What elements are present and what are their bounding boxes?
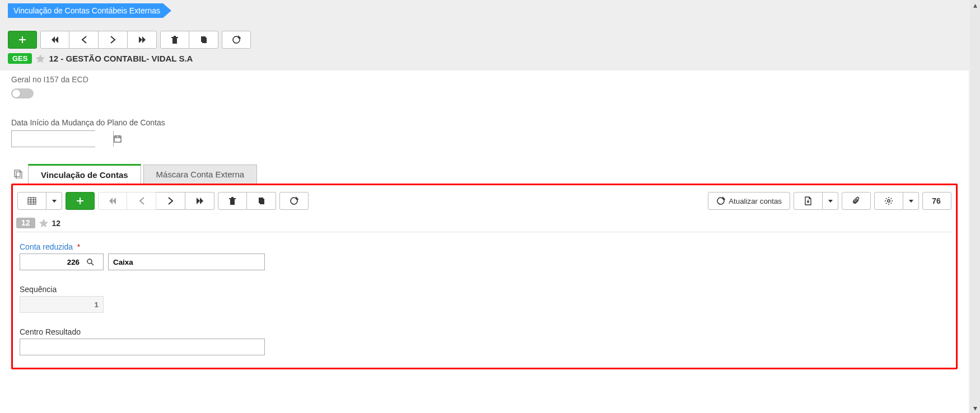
- record-title: 12 - GESTÃO CONTABIL- VIDAL S.A: [49, 54, 193, 63]
- date-text[interactable]: [12, 131, 113, 147]
- grid-view-button[interactable]: [17, 192, 46, 210]
- settings-button[interactable]: [874, 192, 903, 210]
- vertical-scrollbar[interactable]: ▴ ▾: [970, 0, 980, 413]
- chevron-left-icon: [138, 197, 145, 205]
- record-header: GES 12 - GESTÃO CONTABIL- VIDAL S.A: [8, 53, 193, 64]
- prev-button[interactable]: [69, 31, 99, 49]
- record-id: 12: [52, 219, 61, 228]
- scroll-track[interactable]: [970, 10, 980, 403]
- double-left-icon: [108, 196, 117, 205]
- detail-last-button[interactable]: [185, 192, 214, 210]
- detail-panel: Atualizar contas 76 12 12 Conta reduzida…: [11, 184, 958, 369]
- module-tag: GES: [8, 53, 32, 64]
- double-left-icon: [50, 35, 59, 44]
- copy-icon: [258, 196, 265, 205]
- refresh-icon: [716, 196, 725, 205]
- scroll-up-icon[interactable]: ▴: [970, 0, 980, 10]
- update-accounts-button[interactable]: Atualizar contas: [708, 192, 790, 210]
- tab-mascara[interactable]: Máscara Conta Externa: [143, 165, 258, 184]
- svg-point-5: [87, 259, 92, 264]
- breadcrumb[interactable]: Vinculação de Contas Contábeis Externas: [8, 3, 171, 18]
- trash-icon: [228, 196, 236, 205]
- copy-icon: [200, 35, 208, 44]
- detail-form: Conta reduzida * Sequência Centro Result…: [16, 232, 953, 355]
- conta-code-input[interactable]: [20, 254, 104, 270]
- star-icon[interactable]: [39, 218, 49, 228]
- chevron-down-icon: [828, 200, 833, 203]
- chevron-down-icon: [909, 200, 913, 203]
- refresh-icon: [232, 35, 241, 44]
- first-button[interactable]: [40, 31, 69, 49]
- date-label: Data Início da Mudança do Plano de Conta…: [11, 118, 958, 127]
- ecd-label: Geral no I157 da ECD: [11, 75, 958, 84]
- double-right-icon: [138, 35, 147, 44]
- export-icon: [804, 196, 812, 205]
- sequencia-input: [20, 296, 104, 313]
- ecd-toggle[interactable]: [11, 88, 34, 98]
- add-button[interactable]: [8, 31, 37, 49]
- conta-code-text[interactable]: [20, 254, 82, 270]
- svg-point-4: [888, 200, 890, 202]
- date-input[interactable]: [11, 130, 95, 147]
- update-accounts-label: Atualizar contas: [729, 197, 782, 205]
- detail-record-header: 12 12: [16, 217, 953, 232]
- centro-field: Centro Resultado: [20, 327, 949, 355]
- conta-field: Conta reduzida *: [20, 242, 949, 270]
- detail-toolbar: Atualizar contas 76: [16, 190, 953, 212]
- conta-desc-input[interactable]: [108, 254, 265, 270]
- svg-rect-0: [114, 136, 121, 142]
- action-group: [160, 31, 218, 49]
- last-button[interactable]: [128, 31, 157, 49]
- refresh-icon: [290, 196, 298, 205]
- trash-icon: [171, 35, 179, 44]
- chevron-left-icon: [81, 36, 87, 44]
- detail-delete-button[interactable]: [218, 192, 247, 210]
- detail-add-button[interactable]: [66, 192, 95, 210]
- detail-prev-button: [127, 192, 156, 210]
- detail-duplicate-button[interactable]: [247, 192, 276, 210]
- record-count: 76: [922, 192, 951, 210]
- settings-dropdown[interactable]: [903, 192, 919, 210]
- duplicate-tab-icon[interactable]: [11, 167, 26, 181]
- export-dropdown[interactable]: [823, 192, 838, 210]
- gear-icon: [884, 196, 893, 205]
- chevron-right-icon: [110, 36, 116, 44]
- next-button[interactable]: [99, 31, 128, 49]
- scroll-down-icon[interactable]: ▾: [970, 403, 980, 413]
- plus-icon: [18, 35, 27, 44]
- paperclip-icon: [852, 196, 861, 205]
- attachment-button[interactable]: [842, 192, 871, 210]
- svg-rect-1: [15, 170, 20, 177]
- detail-refresh-button[interactable]: [279, 192, 309, 210]
- chevron-right-icon: [167, 197, 174, 205]
- sequencia-label: Sequência: [20, 285, 949, 294]
- search-icon[interactable]: [82, 258, 99, 266]
- detail-first-button: [98, 192, 127, 210]
- star-icon[interactable]: [35, 54, 45, 64]
- export-button[interactable]: [794, 192, 823, 210]
- refresh-button[interactable]: [222, 31, 251, 49]
- chevron-down-icon: [52, 200, 57, 203]
- centro-label: Centro Resultado: [20, 327, 949, 336]
- svg-rect-3: [28, 198, 36, 204]
- plus-icon: [76, 196, 85, 205]
- nav-group: [40, 31, 157, 49]
- duplicate-button[interactable]: [189, 31, 218, 49]
- tab-vinculacao[interactable]: Vinculação de Contas: [28, 164, 141, 184]
- svg-rect-2: [16, 172, 22, 179]
- sequencia-field: Sequência: [20, 285, 949, 313]
- detail-next-button[interactable]: [156, 192, 185, 210]
- record-badge: 12: [16, 218, 35, 228]
- delete-button[interactable]: [160, 31, 189, 49]
- centro-input[interactable]: [20, 339, 265, 355]
- calendar-icon[interactable]: [113, 131, 122, 147]
- table-icon: [27, 197, 36, 205]
- double-right-icon: [195, 196, 204, 205]
- conta-label: Conta reduzida *: [20, 242, 949, 251]
- date-field: Data Início da Mudança do Plano de Conta…: [11, 118, 958, 147]
- top-toolbar: [8, 31, 251, 49]
- tabs: Vinculação de Contas Máscara Conta Exter…: [11, 164, 958, 184]
- grid-view-dropdown[interactable]: [46, 192, 62, 210]
- content-area: Geral no I157 da ECD Data Início da Muda…: [0, 71, 969, 413]
